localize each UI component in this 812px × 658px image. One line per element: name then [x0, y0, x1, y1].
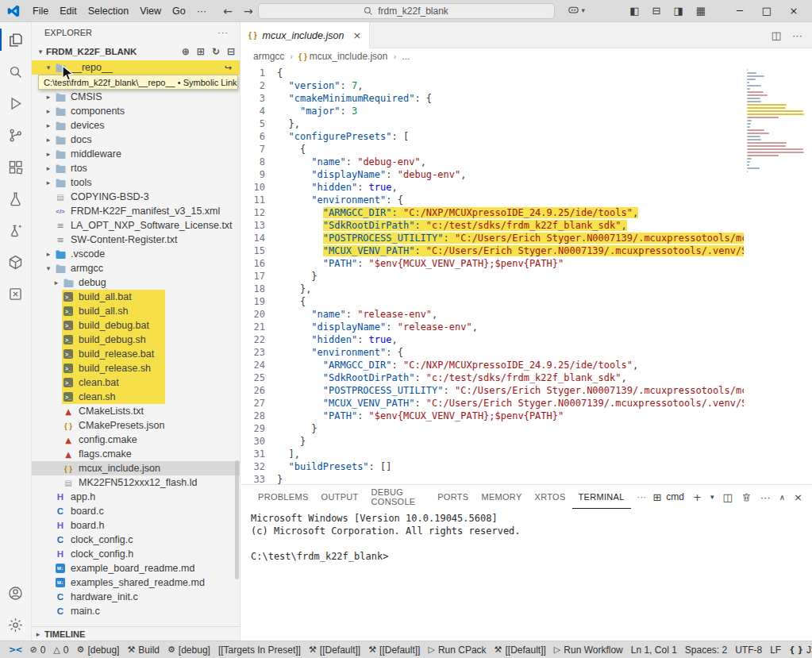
collapse-folders-icon[interactable]: ⊟	[227, 46, 235, 57]
tree-item-tools[interactable]: ▸tools	[32, 175, 240, 190]
command-center-search[interactable]: frdm_k22f_blank	[258, 3, 555, 19]
status-item--debug-[interactable]: ⚙[debug]	[73, 641, 124, 658]
menu-item-selection[interactable]: Selection	[83, 4, 134, 18]
status-item--debug-[interactable]: ⚙[debug]	[164, 641, 214, 658]
tree-item-debug[interactable]: ▸debug	[32, 275, 240, 290]
tree-item-build_all.bat[interactable]: >_build_all.bat	[32, 290, 240, 304]
nav-forward-icon[interactable]: →	[244, 5, 253, 17]
tree-item-board.c[interactable]: Cboard.c	[32, 504, 240, 518]
tree-item-clean.sh[interactable]: >_clean.sh	[32, 390, 240, 404]
panel-tab-output[interactable]: OUTPUT	[315, 485, 365, 509]
breadcrumb-item[interactable]: { } mcux_include.json	[298, 51, 387, 62]
tree-item-cmakepresets.json[interactable]: { }CMakePresets.json	[32, 418, 240, 433]
toggle-panel-icon[interactable]: ⊟	[652, 5, 661, 17]
status-item--default-[interactable]: ⚒[[Default]]	[491, 641, 550, 658]
status-item--targets-in-preset-[interactable]: [[Targets In Preset]]	[214, 641, 305, 658]
maximize-panel-icon[interactable]: ∧	[779, 493, 785, 502]
code-editor[interactable]: 1234567891011121314151617181920212223242…	[241, 64, 812, 484]
minimap[interactable]	[744, 64, 812, 484]
new-file-icon[interactable]: ⊕	[182, 46, 190, 57]
panel-more-actions-icon[interactable]: ···	[760, 491, 771, 503]
split-editor-icon[interactable]: ◫	[772, 29, 781, 41]
tree-item-mk22fn512xxx12_flash.ld[interactable]: ▤MK22FN512xxx12_flash.ld	[32, 475, 240, 490]
tree-item-clock_config.c[interactable]: Cclock_config.c	[32, 533, 240, 547]
breadcrumb-item[interactable]: ...	[402, 51, 410, 62]
editor-more-actions-icon[interactable]: ···	[792, 29, 802, 41]
tree-item-build_all.sh[interactable]: >_build_all.sh	[32, 304, 240, 318]
status-item-run-workflow[interactable]: ▷Run Workflow	[550, 641, 627, 658]
tree-item-devices[interactable]: ▸devices	[32, 118, 240, 133]
tree-item-config.cmake[interactable]: ▲config.cmake	[32, 433, 240, 447]
explorer-icon[interactable]	[0, 24, 32, 56]
tree-item-main.c[interactable]: Cmain.c	[32, 604, 240, 618]
toggle-secondary-sidebar-icon[interactable]: ◨	[673, 5, 683, 17]
testing-icon[interactable]	[0, 183, 32, 214]
new-terminal-icon[interactable]: +	[693, 491, 702, 503]
status-item-json[interactable]: { }JSON	[785, 641, 812, 658]
terminal-output[interactable]: Microsoft Windows [Version 10.0.19045.56…	[241, 509, 812, 641]
status-item-spaces-2[interactable]: Spaces: 2	[681, 641, 731, 658]
tree-item-build_release.sh[interactable]: >_build_release.sh	[32, 361, 240, 375]
tree-item-clock_config.h[interactable]: Hclock_config.h	[32, 547, 240, 561]
timeline-section[interactable]: ▸ TIMELINE	[32, 626, 240, 641]
tab-close-icon[interactable]: ×	[352, 29, 361, 41]
refresh-explorer-icon[interactable]: ↻	[212, 46, 220, 57]
breadcrumb-item[interactable]: armgcc	[253, 51, 284, 62]
panel-more-tabs-icon[interactable]: ···	[631, 485, 653, 509]
panel-tab-ports[interactable]: PORTS	[431, 485, 475, 509]
terminal-profile-chevron-icon[interactable]: ▾	[710, 493, 714, 501]
status-item--default-[interactable]: ⚒[[Default]]	[305, 641, 364, 658]
tree-item-docs[interactable]: ▸docs	[32, 133, 240, 147]
customize-layout-icon[interactable]: ▦	[696, 5, 706, 17]
tree-item-armgcc[interactable]: ▾armgcc	[32, 261, 240, 275]
tree-item-clean.bat[interactable]: >_clean.bat	[32, 375, 240, 390]
tree-item-cmakelists.txt[interactable]: ▲CMakeLists.txt	[32, 404, 240, 418]
tree-item-__repo__[interactable]: ▾__repo__↪	[32, 60, 240, 75]
status-item-ln-1-col-1[interactable]: Ln 1, Col 1	[627, 641, 681, 658]
tree-item-build_debug.sh[interactable]: >_build_debug.sh	[32, 333, 240, 347]
tree-item-example_board_readme.md[interactable]: M↓example_board_readme.md	[32, 561, 240, 575]
menu-item-view[interactable]: View	[134, 4, 167, 18]
kill-terminal-icon[interactable]	[741, 492, 752, 502]
tree-item-board.h[interactable]: Hboard.h	[32, 518, 240, 533]
settings-icon[interactable]	[0, 609, 32, 641]
copilot-menu[interactable]: ▾	[567, 3, 586, 17]
tree-item-cmsis[interactable]: ▸CMSIS	[32, 90, 240, 104]
tree-item-hardware_init.c[interactable]: Chardware_init.c	[32, 590, 240, 604]
status-item-0[interactable]: ⊘0	[25, 641, 49, 658]
status-item-run-cpack[interactable]: ▷Run CPack	[424, 641, 490, 658]
tree-item-examples_shared_readme.md[interactable]: M↓examples_shared_readme.md	[32, 575, 240, 590]
tree-item-middleware[interactable]: ▸middleware	[32, 147, 240, 161]
run-and-debug-icon[interactable]	[0, 87, 32, 119]
tree-item-build_debug.bat[interactable]: >_build_debug.bat	[32, 318, 240, 333]
menu-item-edit[interactable]: Edit	[54, 4, 83, 18]
panel-tab-terminal[interactable]: TERMINAL	[572, 485, 631, 509]
flask-extra-icon[interactable]	[0, 214, 32, 246]
status-item-0[interactable]: △0	[49, 641, 72, 658]
tree-item-flags.cmake[interactable]: ▲flags.cmake	[32, 447, 240, 461]
status-item-lf[interactable]: LF	[766, 641, 785, 658]
panel-tab-xrtos[interactable]: XRTOS	[529, 485, 572, 509]
tree-item-la_opt_nxp_software_license.txt[interactable]: ≡LA_OPT_NXP_Software_License.txt	[32, 218, 240, 233]
maximize-button[interactable]: □	[753, 0, 780, 22]
tree-item-app.h[interactable]: Happ.h	[32, 490, 240, 504]
toggle-primary-sidebar-icon[interactable]: ◧	[629, 5, 639, 17]
sidebar-scrollbar[interactable]	[235, 460, 239, 579]
panel-tab-memory[interactable]: MEMORY	[475, 485, 528, 509]
source-control-icon[interactable]	[0, 119, 32, 151]
tree-item-build_release.bat[interactable]: >_build_release.bat	[32, 347, 240, 361]
nav-back-icon[interactable]: ←	[223, 5, 233, 17]
package-icon[interactable]	[0, 246, 32, 278]
status-item-remote[interactable]: ><	[5, 641, 25, 658]
tree-item-mcux_include.json[interactable]: { }mcux_include.json	[32, 461, 240, 475]
extensions-icon[interactable]	[0, 151, 32, 183]
close-button[interactable]: ×	[780, 0, 807, 22]
status-item-utf-8[interactable]: UTF-8	[731, 641, 766, 658]
terminal-profile-label[interactable]: cmd	[666, 491, 684, 502]
tab-mcux-include-json[interactable]: { } mcux_include.json ×	[241, 22, 370, 48]
minimize-button[interactable]: ─	[726, 0, 753, 22]
new-folder-icon[interactable]: ⊞	[197, 46, 205, 57]
tree-item-.vscode[interactable]: ▸.vscode	[32, 247, 240, 261]
tree-item-copying-bsd-3[interactable]: ▤COPYING-BSD-3	[32, 190, 240, 204]
menu-item-file[interactable]: File	[27, 4, 54, 18]
